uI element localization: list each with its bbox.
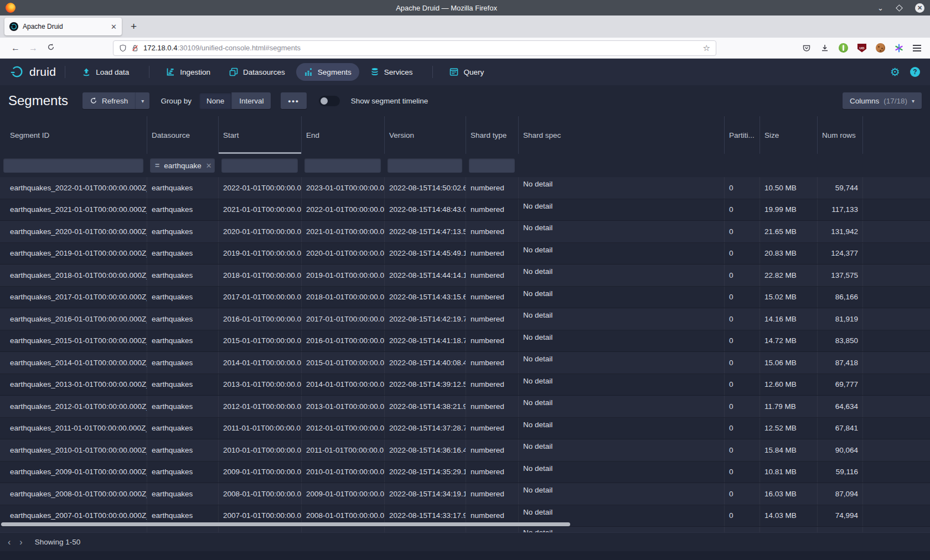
cell-size: 12.60 MB [760, 374, 817, 396]
column-header-start[interactable]: Start [218, 116, 301, 154]
cell-shard-type: numbered [466, 177, 518, 199]
nav-label: Datasources [243, 68, 285, 76]
nav-item-load-data[interactable]: Load data [74, 63, 137, 81]
forward-button[interactable]: → [24, 43, 42, 53]
colorful-extension-icon[interactable] [895, 44, 903, 53]
downloads-icon[interactable] [820, 44, 829, 53]
reload-button[interactable] [42, 43, 60, 53]
cell-segment-id: earthquakes_2017-01-01T00:00:00.000Z_2..… [0, 287, 147, 308]
table-row[interactable]: earthquakes_2015-01-01T00:00:00.000Z_2..… [0, 330, 930, 352]
tab-apache-druid[interactable]: Apache Druid ✕ [4, 18, 122, 35]
window-minimize-icon[interactable]: ⌄ [877, 4, 884, 12]
brand-name: druid [29, 65, 56, 79]
table-row[interactable]: earthquakes_2021-01-01T00:00:00.000Z_2..… [0, 199, 930, 221]
table-row[interactable]: earthquakes_2011-01-01T00:00:00.000Z_2..… [0, 418, 930, 440]
nav-item-ingestion[interactable]: Ingestion [158, 63, 218, 81]
refresh-split-button: Refresh ▾ [82, 92, 149, 109]
new-tab-button[interactable]: + [127, 20, 140, 33]
help-icon[interactable]: ? [910, 67, 920, 77]
insecure-lock-icon[interactable] [131, 44, 139, 52]
prev-page-button[interactable]: ‹ [8, 538, 11, 547]
table-row[interactable]: earthquakes_2016-01-01T00:00:00.000Z_2..… [0, 308, 930, 330]
cell-shard-spec: No detail [518, 418, 724, 439]
end-filter-input[interactable] [304, 158, 381, 173]
start-filter-input[interactable] [221, 158, 298, 173]
column-header-datasource[interactable]: Datasource [147, 116, 218, 154]
cell-shard-spec: No detail [518, 462, 724, 483]
shard-type-filter-input[interactable] [469, 158, 515, 173]
tab-close-icon[interactable]: ✕ [111, 23, 117, 31]
cell-datasource: earthquakes [147, 483, 218, 505]
table-row[interactable]: earthquakes_2008-01-01T00:00:00.000Z_2..… [0, 483, 930, 505]
table-row[interactable]: earthquakes_2013-01-01T00:00:00.000Z_2..… [0, 374, 930, 396]
cell-version: 2022-08-15T14:41:18.7... [384, 330, 466, 352]
next-page-button[interactable]: › [19, 538, 22, 547]
table-row[interactable]: earthquakes_2009-01-01T00:00:00.000Z_2..… [0, 462, 930, 484]
refresh-button[interactable]: Refresh [82, 92, 135, 109]
window-maximize-icon[interactable] [896, 4, 903, 12]
segment-timeline-toggle[interactable] [319, 96, 340, 106]
druid-brand[interactable]: druid [10, 65, 56, 79]
segment-id-filter-input[interactable] [3, 158, 143, 173]
version-filter-input[interactable] [388, 158, 462, 173]
column-header-version[interactable]: Version [384, 116, 466, 154]
pocket-icon[interactable] [802, 44, 811, 53]
nav-label: Ingestion [180, 68, 210, 76]
column-header-num-rows[interactable]: Num rows [817, 116, 862, 154]
url-bar[interactable]: 172.18.0.4:30109/unified-console.html#se… [113, 40, 716, 56]
cell-filler [862, 330, 930, 352]
table-row[interactable]: earthquakes_2012-01-01T00:00:00.000Z_2..… [0, 396, 930, 418]
group-by-interval-button[interactable]: Interval [231, 92, 271, 109]
cell-partition: 0 [724, 243, 760, 265]
group-by-none-button[interactable]: None [199, 92, 231, 109]
bookmark-star-icon[interactable]: ☆ [703, 43, 710, 53]
ublock-extension-icon[interactable]: UO [857, 44, 866, 53]
nav-item-datasources[interactable]: Datasources [221, 63, 293, 81]
cell-segment-id: earthquakes_2010-01-01T00:00:00.000Z_2..… [0, 439, 147, 461]
cell-size: 20.83 MB [760, 243, 817, 265]
remove-filter-icon[interactable]: ✕ [206, 162, 212, 170]
table-row[interactable]: earthquakes_2010-01-01T00:00:00.000Z_2..… [0, 439, 930, 462]
column-header-shard-type[interactable]: Shard type [466, 116, 518, 154]
cell-filler [862, 265, 930, 286]
datasource-filter-tag[interactable]: = earthquake ✕ [150, 158, 215, 173]
column-header-shard-spec[interactable]: Shard spec [518, 116, 724, 154]
menu-icon[interactable] [913, 45, 921, 51]
table-row[interactable]: earthquakes_2018-01-01T00:00:00.000Z_2..… [0, 265, 930, 287]
horizontal-scrollbar[interactable] [1, 522, 570, 526]
nav-item-segments[interactable]: Segments [296, 63, 359, 81]
cell-version: 2022-08-15T14:44:14.1... [384, 265, 466, 286]
nav-item-query[interactable]: Query [442, 63, 492, 81]
cell-end: 2017-01-01T00:00:00.0... [301, 308, 384, 330]
cell-end: 2023-01-01T00:00:00.0... [301, 177, 384, 199]
table-row[interactable]: earthquakes_2020-01-01T00:00:00.000Z_2..… [0, 221, 930, 243]
table-row[interactable]: earthquakes_2017-01-01T00:00:00.000Z_2..… [0, 287, 930, 309]
cell-shard-spec: No detail [518, 221, 724, 242]
nav-label: Segments [318, 68, 352, 76]
cell-shard-type: numbered [466, 352, 518, 374]
cell-shard-type: numbered [466, 243, 518, 265]
settings-gear-icon[interactable]: ⚙ [890, 66, 900, 77]
table-row[interactable]: earthquakes_2019-01-01T00:00:00.000Z_2..… [0, 243, 930, 265]
cell-size: 19.99 MB [760, 199, 817, 221]
column-header-size[interactable]: Size [760, 116, 817, 154]
column-header-segment-id[interactable]: Segment ID [0, 116, 147, 154]
cell-partition: 0 [724, 439, 760, 461]
cell-start: 2020-01-01T00:00:00.0... [218, 221, 301, 242]
table-row[interactable]: earthquakes_2022-01-01T00:00:00.000Z_2..… [0, 177, 930, 199]
back-button[interactable]: ← [7, 43, 24, 53]
green-extension-icon[interactable] [839, 43, 848, 53]
columns-button[interactable]: Columns (17/18) ▾ [843, 92, 922, 109]
cookie-extension-icon[interactable] [876, 43, 885, 53]
nav-item-services[interactable]: Services [363, 63, 421, 81]
table-row[interactable]: earthquakes_2014-01-01T00:00:00.000Z_2..… [0, 352, 930, 374]
more-options-button[interactable]: ••• [281, 92, 306, 109]
column-header-end[interactable]: End [301, 116, 384, 154]
tracking-shield-icon[interactable] [119, 44, 127, 52]
cell-shard-type: numbered [466, 462, 518, 483]
group-by-segmented-control: None Interval [199, 92, 271, 109]
column-header-partition[interactable]: Partiti... [724, 116, 760, 154]
cell-version: 2022-08-15T14:45:49.1... [384, 243, 466, 265]
refresh-dropdown-button[interactable]: ▾ [135, 92, 149, 109]
window-close-icon[interactable]: ✕ [915, 3, 924, 13]
